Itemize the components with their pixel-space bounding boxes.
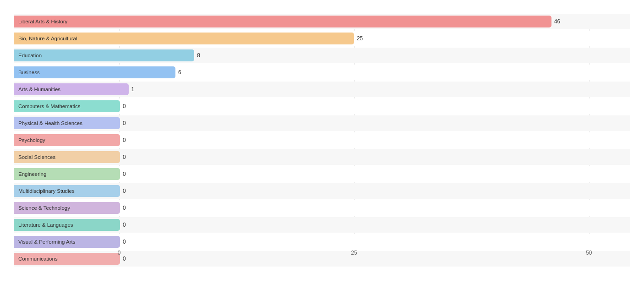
bar-row: Computers & Mathematics0 <box>14 98 630 114</box>
bar-row: Bio, Nature & Agricultural25 <box>14 31 630 46</box>
bar-label: Literature & Languages <box>16 221 76 229</box>
x-axis-tick: 50 <box>586 250 592 256</box>
bar-value: 8 <box>197 52 200 59</box>
bar-value: 0 <box>123 205 126 211</box>
bar-value: 0 <box>123 171 126 177</box>
bar-track <box>14 16 551 27</box>
bar-row: Business6 <box>14 65 630 80</box>
bar-label: Psychology <box>16 136 48 144</box>
x-axis-tick: 25 <box>351 250 357 256</box>
bar-value: 0 <box>123 137 126 143</box>
bar-label: Social Sciences <box>16 153 58 161</box>
bar-value: 0 <box>123 154 126 160</box>
bar-label: Physical & Health Sciences <box>16 120 85 127</box>
bar-value: 0 <box>123 222 126 228</box>
bar-value: 46 <box>554 18 560 25</box>
chart-container: Liberal Arts & History46Bio, Nature & Ag… <box>0 0 644 289</box>
bar-value: 0 <box>123 103 126 109</box>
bar-row: Visual & Performing Arts0 <box>14 234 630 250</box>
bar-value: 0 <box>123 120 126 126</box>
bar-label: Science & Technology <box>16 204 73 212</box>
bar-label: Arts & Humanities <box>16 86 63 93</box>
bar-label: Business <box>16 69 43 76</box>
bars-area: Liberal Arts & History46Bio, Nature & Ag… <box>14 14 630 259</box>
bar-row: Social Sciences0 <box>14 149 630 165</box>
bar-value: 25 <box>357 35 363 42</box>
bar-row: Liberal Arts & History46 <box>14 14 630 29</box>
bar-label: Liberal Arts & History <box>16 18 70 25</box>
bar-value: 0 <box>123 239 126 245</box>
bar-row: Physical & Health Sciences0 <box>14 115 630 131</box>
bar-value: 1 <box>131 86 135 93</box>
bar-row: Education8 <box>14 48 630 63</box>
bar-label: Computers & Mathematics <box>16 103 83 110</box>
bar-value: 6 <box>178 69 181 76</box>
bar-label: Communications <box>16 255 60 262</box>
bar-row: Arts & Humanities1 <box>14 82 630 97</box>
bar-row: Literature & Languages0 <box>14 217 630 233</box>
bar-label: Engineering <box>16 170 49 178</box>
bar-label: Bio, Nature & Agricultural <box>16 35 80 42</box>
x-axis: 02550 <box>14 250 630 259</box>
bar-row: Science & Technology0 <box>14 200 630 216</box>
x-axis-tick: 0 <box>118 250 121 256</box>
bars-container: Liberal Arts & History46Bio, Nature & Ag… <box>14 14 630 267</box>
bar-label: Education <box>16 52 44 59</box>
bar-value: 0 <box>123 188 126 194</box>
bar-label: Visual & Performing Arts <box>16 238 78 245</box>
bar-row: Engineering0 <box>14 166 630 182</box>
bar-label: Multidisciplinary Studies <box>16 187 77 195</box>
bar-row: Multidisciplinary Studies0 <box>14 183 630 199</box>
bar-row: Psychology0 <box>14 132 630 148</box>
